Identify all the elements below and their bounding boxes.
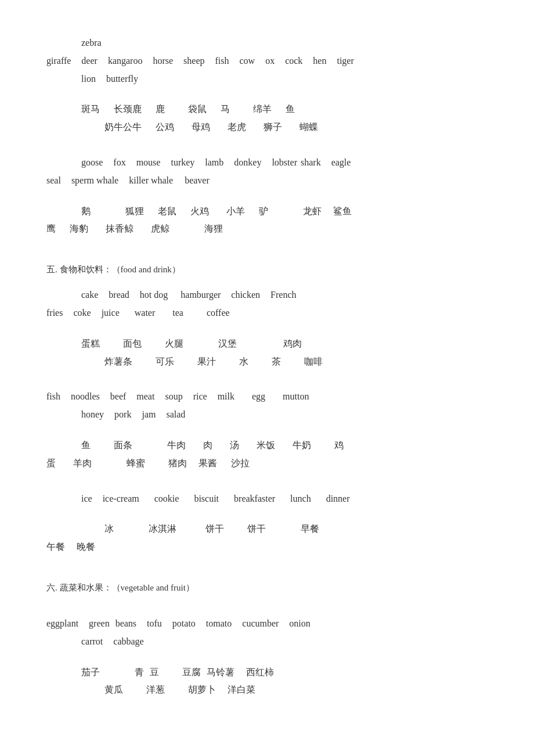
word-breakfaster: breakfaster [234, 491, 275, 507]
word-sperm-whale: sperm whale [71, 172, 118, 189]
cn-potato: 马铃薯 [207, 664, 234, 681]
word-beef: beef [110, 388, 127, 405]
cn-giraffe: 长颈鹿 [114, 101, 142, 118]
cn-seal: 海豹 [70, 221, 88, 237]
cn-sperm-whale: 抹香鲸 [106, 221, 134, 237]
veg-en1-line-2: carrot cabbage [46, 633, 488, 650]
word-cabbage: cabbage [113, 633, 143, 650]
food-en1-line-2: fries coke juice water tea coffee [46, 305, 488, 322]
cn-coffee: 咖啡 [304, 354, 323, 370]
word-beaver: beaver [185, 172, 210, 189]
cn-juice: 果汁 [197, 354, 216, 370]
cn-lunch: 午餐 [46, 539, 65, 556]
veg-en-block-1: eggplant green beans tofu potato tomato … [46, 615, 488, 650]
cn-egg: 鸡 [334, 437, 344, 454]
cn-deer: 鹿 [156, 101, 165, 118]
cn-coke: 可乐 [156, 354, 174, 370]
word-tiger: tiger [337, 53, 353, 70]
cn-breakfast: 早餐 [301, 521, 319, 538]
cn-zebra: 斑马 [81, 101, 100, 118]
cn-tomato: 西红柿 [246, 664, 274, 681]
cn-egg2: 蛋 [46, 455, 56, 472]
animals-cn-line-2: 奶牛公牛 公鸡 母鸡 老虎 狮子 蝴蝶 [46, 119, 488, 136]
cn-sheep: 绵羊 [253, 101, 272, 118]
word-ice-cream: ice-cream [103, 491, 139, 507]
food-en1-line-1: cake bread hot dog hamburger chicken Fre… [46, 287, 488, 304]
cn-soup: 汤 [230, 437, 239, 454]
food-en3-line-1: ice ice-cream cookie biscuit breakfaster… [46, 491, 488, 507]
animals-en-block-1: zebra giraffe deer kangaroo horse sheep … [46, 35, 488, 87]
word-carrot: carrot [81, 633, 103, 650]
food-cn2-line-1: 鱼 面条 牛肉 肉 汤 米饭 牛奶 鸡 [46, 437, 488, 454]
food-cn1-line-2: 炸薯条 可乐 果汁 水 茶 咖啡 [46, 354, 488, 370]
cn-beef: 牛肉 [167, 437, 186, 454]
cn-shark: 鲨鱼 [333, 203, 352, 220]
word-coke: coke [73, 305, 91, 322]
word-killer-whale: killer whale [129, 172, 173, 189]
food-cn2-line-2: 蛋 羊肉 蜂蜜 猪肉 果酱 沙拉 [46, 455, 488, 472]
word-kangaroo: kangaroo [108, 53, 143, 70]
word-lion: lion [81, 71, 96, 88]
word-horse: horse [153, 53, 173, 70]
cn-butterfly: 蝴蝶 [300, 119, 318, 136]
cn-hen: 母鸡 [192, 119, 210, 136]
cn-kangaroo: 袋鼠 [188, 101, 207, 118]
word-bread: bread [109, 287, 129, 304]
cn-cucumber: 黄瓜 [104, 682, 123, 699]
cn-onion: 洋葱 [146, 682, 165, 699]
word-tea: tea [172, 305, 183, 322]
word-giraffe: giraffe [46, 53, 71, 70]
word-juice: juice [102, 305, 120, 322]
food-en-block-2: fish noodles beef meat soup rice milk eg… [46, 388, 488, 423]
cn-dinner: 晚餐 [77, 539, 95, 556]
word-egg: egg [252, 388, 265, 405]
word-french: French [270, 287, 296, 304]
word-ox: ox [265, 53, 275, 70]
word-mouse: mouse [136, 154, 161, 171]
food-cn-block-3: 冰 冰淇淋 饼干 饼干 早餐 午餐 晚餐 [46, 521, 488, 556]
word-cow: cow [240, 53, 255, 70]
food-en-block-3: ice ice-cream cookie biscuit breakfaster… [46, 491, 488, 507]
cn-jam: 果酱 [199, 455, 217, 472]
cn-hamburger: 汉堡 [218, 336, 237, 352]
word-ice: ice [81, 491, 92, 507]
cn-bread: 面包 [123, 336, 142, 352]
word-fox: fox [113, 154, 125, 171]
cn-fries: 炸薯条 [104, 354, 132, 370]
word-donkey: donkey [234, 154, 261, 171]
food-en2-line-1: fish noodles beef meat soup rice milk eg… [46, 388, 488, 405]
word-butterfly: butterfly [106, 71, 138, 88]
cn-cow-ox: 奶牛公牛 [104, 119, 142, 136]
animals-cn2-line-1: 鹅 狐狸 老鼠 火鸡 小羊 驴 龙虾 鲨鱼 [46, 203, 488, 220]
word-rice: rice [193, 388, 207, 405]
word-milk: milk [218, 388, 234, 405]
word-hot-dog: hot dog [140, 287, 168, 304]
cn-carrot: 胡萝卜 [188, 682, 216, 699]
cn-beaver: 海狸 [204, 221, 223, 237]
word-fish: fish [46, 388, 60, 405]
section5-title: 五. 食物和饮料：（food and drink） [46, 262, 488, 278]
word-coffee: coffee [207, 305, 230, 322]
food-en2-line-2: honey pork jam salad [46, 406, 488, 423]
cn-rice: 米饭 [257, 437, 275, 454]
page-content: zebra giraffe deer kangaroo horse sheep … [46, 35, 488, 699]
word-sheep: sheep [183, 53, 204, 70]
word-cake: cake [81, 287, 98, 304]
animals-cn-line-1: 斑马 长颈鹿 鹿 袋鼠 马 绵羊 鱼 [46, 101, 488, 118]
cn-donkey: 驴 [259, 203, 268, 220]
food-cn-block-2: 鱼 面条 牛肉 肉 汤 米饭 牛奶 鸡 蛋 羊肉 蜂蜜 猪肉 果酱 沙拉 [46, 437, 488, 472]
cn-honey: 蜂蜜 [127, 455, 145, 472]
food-cn1-line-1: 蛋糕 面包 火腿 汉堡 鸡肉 [46, 336, 488, 352]
word-chicken: chicken [231, 287, 260, 304]
cn-mutton: 羊肉 [73, 455, 92, 472]
word-pork: pork [114, 406, 131, 423]
cn-cabbage: 洋白菜 [228, 682, 255, 699]
word-jam: jam [142, 406, 156, 423]
word-hen: hen [313, 53, 326, 70]
word-mutton: mutton [283, 388, 309, 405]
food-cn3-line-1: 冰 冰淇淋 饼干 饼干 早餐 [46, 521, 488, 538]
cn-eggplant: 茄子 [81, 664, 100, 681]
cn-killer-whale: 虎鲸 [151, 221, 169, 237]
word-soup: soup [165, 388, 182, 405]
word-eagle: eagle [331, 154, 351, 171]
